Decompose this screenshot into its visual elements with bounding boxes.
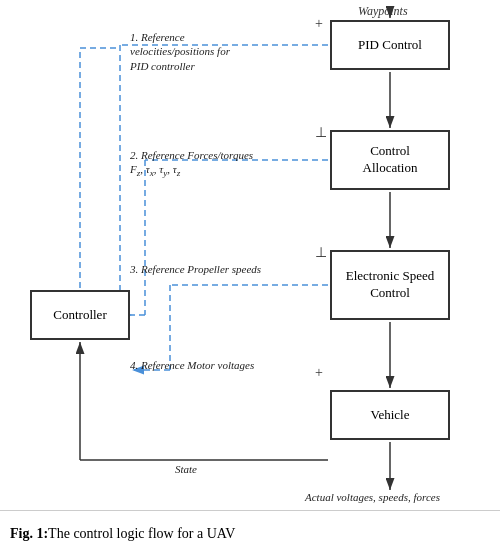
pid-control-label: PID Control (358, 37, 422, 54)
ref1-label: 1. Referencevelocities/positions forPID … (130, 30, 310, 73)
ref3-label: 3. Reference Propeller speeds (130, 262, 320, 276)
perp-sign-2: ⊥ (315, 244, 327, 261)
ref4-label: 4. Reference Motor voltages (130, 358, 320, 372)
caption-bold: Fig. 1: (10, 526, 48, 542)
esc-box: Electronic Speed Control (330, 250, 450, 320)
diagram-container: PID Control ControlAllocation Electronic… (0, 0, 500, 510)
vehicle-label: Vehicle (371, 407, 410, 424)
controller-box: Controller (30, 290, 130, 340)
caption-area: Fig. 1: The control logic flow for a UAV (0, 510, 500, 556)
vehicle-box: Vehicle (330, 390, 450, 440)
ref2-label: 2. Reference Forces/torquesFz, τx, τy, τ… (130, 148, 320, 180)
pid-control-box: PID Control (330, 20, 450, 70)
state-label: State (175, 462, 197, 476)
esc-label: Electronic Speed Control (332, 268, 448, 302)
plus-sign-top: + (315, 16, 323, 32)
controller-label: Controller (53, 307, 106, 324)
control-allocation-label: ControlAllocation (363, 143, 418, 177)
perp-sign-1: ⊥ (315, 124, 327, 141)
control-allocation-box: ControlAllocation (330, 130, 450, 190)
waypoints-label: Waypoints (358, 4, 408, 19)
actual-label: Actual voltages, speeds, forces (305, 490, 440, 504)
caption-text: The control logic flow for a UAV (48, 526, 235, 542)
